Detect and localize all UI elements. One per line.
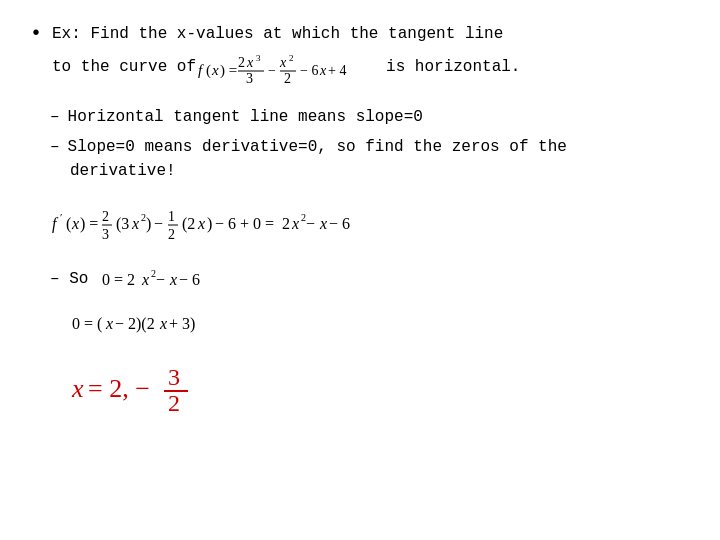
svg-text:): ) <box>146 215 151 233</box>
sub-item-1: – Horizontal tangent line means slope=0 <box>50 105 690 129</box>
svg-text:− 6: − 6 <box>329 215 350 232</box>
svg-text:−: − <box>156 271 165 288</box>
svg-text:0 = 2: 0 = 2 <box>102 271 135 288</box>
svg-text:x: x <box>291 215 299 232</box>
svg-text:+ 3): + 3) <box>169 315 195 333</box>
svg-text:x: x <box>141 271 149 288</box>
answer-block: x = 2, − 3 2 <box>70 353 690 423</box>
so-label: – So <box>50 270 88 288</box>
svg-text:x: x <box>319 215 327 232</box>
svg-text:− 6 + 0 =: − 6 + 0 = <box>215 215 274 232</box>
sub-item-1-text: Horizontal tangent line means slope=0 <box>68 105 423 129</box>
svg-text:x: x <box>279 55 287 70</box>
svg-text:f: f <box>198 62 204 78</box>
factored-formula: 0 = ( x − 2)(2 x + 3) <box>70 305 330 341</box>
svg-text:= 2, −: = 2, − <box>88 374 150 403</box>
svg-text:(: ( <box>66 215 71 233</box>
example-section: • Ex: Find the x-values at which the tan… <box>30 20 690 87</box>
svg-text:− 6: − 6 <box>179 271 200 288</box>
svg-text:−: − <box>154 215 163 232</box>
svg-text:) =: ) = <box>80 215 98 233</box>
svg-text:(2: (2 <box>182 215 195 233</box>
svg-text:2: 2 <box>284 71 291 86</box>
derivative-formula: f ′ ( x ) = 2 3 (3 x 2 ) − 1 2 (2 x ) − … <box>50 197 690 247</box>
svg-text:2: 2 <box>289 53 294 63</box>
svg-text:x: x <box>319 63 327 78</box>
svg-text:(: ( <box>206 62 211 79</box>
svg-text:′: ′ <box>60 211 62 223</box>
svg-text:2: 2 <box>102 209 109 224</box>
factored-formula-block: 0 = ( x − 2)(2 x + 3) <box>70 305 690 341</box>
intro-line2-end: is horizontal. <box>386 53 520 82</box>
svg-text:x: x <box>169 271 177 288</box>
svg-text:f: f <box>52 215 59 233</box>
svg-text:3: 3 <box>168 364 180 390</box>
answer-formula: x = 2, − 3 2 <box>70 353 270 423</box>
so-line: – So 0 = 2 x 2 − x − 6 <box>50 261 690 297</box>
svg-text:0 = (: 0 = ( <box>72 315 102 333</box>
svg-text:): ) <box>207 215 212 233</box>
svg-text:− 6: − 6 <box>300 63 318 78</box>
sub-item-2-line1: Slope=0 means derivative=0, so find the … <box>68 135 567 159</box>
svg-text:2: 2 <box>168 390 180 416</box>
intro-row1: Ex: Find the x-values at which the tange… <box>52 20 520 49</box>
svg-text:x: x <box>197 215 205 232</box>
svg-text:−: − <box>268 63 276 78</box>
svg-text:2: 2 <box>282 215 290 232</box>
svg-text:x: x <box>71 215 79 232</box>
svg-text:− 2)(2: − 2)(2 <box>115 315 155 333</box>
formula-fx: f ( x ) = 2 x 3 3 − x 2 2 <box>196 49 386 87</box>
dash-1: – <box>50 105 60 129</box>
svg-text:3: 3 <box>256 53 261 63</box>
svg-text:x: x <box>105 315 113 332</box>
svg-text:) =: ) = <box>220 62 237 79</box>
svg-text:3: 3 <box>102 227 109 242</box>
svg-text:x: x <box>131 215 139 232</box>
svg-text:x: x <box>246 55 254 70</box>
intro-line2-start: to the curve of <box>52 53 196 82</box>
bullet-point: • <box>30 22 42 45</box>
svg-text:2: 2 <box>168 227 175 242</box>
page: • Ex: Find the x-values at which the tan… <box>0 0 720 540</box>
svg-text:1: 1 <box>168 209 175 224</box>
intro-row2: to the curve of f ( x ) = 2 x 3 3 − x 2 <box>52 49 520 87</box>
sub-items-list: – Horizontal tangent line means slope=0 … <box>50 105 690 183</box>
sub-item-2-line2: derivative! <box>70 162 176 180</box>
svg-text:x: x <box>71 374 84 403</box>
sub-item-2: – Slope=0 means derivative=0, so find th… <box>50 135 690 183</box>
intro-text: Ex: Find the x-values at which the tange… <box>52 20 520 87</box>
svg-text:3: 3 <box>246 71 253 86</box>
svg-text:(3: (3 <box>116 215 129 233</box>
svg-text:−: − <box>306 215 315 232</box>
dash-2: – <box>50 135 60 159</box>
svg-text:x: x <box>159 315 167 332</box>
so-formula: 0 = 2 x 2 − x − 6 <box>100 261 300 297</box>
svg-text:2: 2 <box>238 55 245 70</box>
svg-text:x: x <box>211 62 219 78</box>
fprime-formula: f ′ ( x ) = 2 3 (3 x 2 ) − 1 2 (2 x ) − … <box>50 197 510 247</box>
svg-text:+ 4: + 4 <box>328 63 346 78</box>
intro-line1: Ex: Find the x-values at which the tange… <box>52 20 503 49</box>
